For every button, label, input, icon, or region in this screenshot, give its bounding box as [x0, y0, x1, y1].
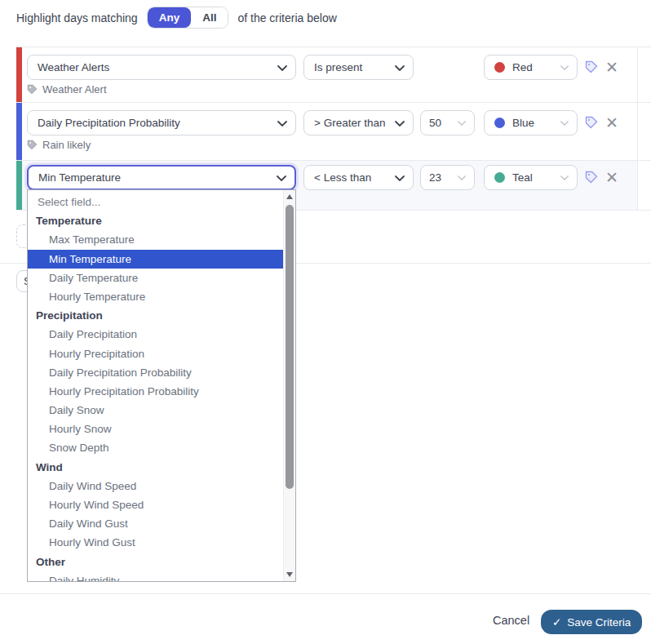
dropdown-option[interactable]: Snow Depth — [28, 438, 283, 457]
dropdown-option[interactable]: Hourly Wind Speed — [28, 495, 283, 514]
remove-criteria-button[interactable]: ✕ — [601, 167, 622, 188]
operator-select[interactable]: > Greater than — [303, 110, 414, 135]
color-select[interactable]: Teal — [484, 165, 578, 190]
criteria-color-bar — [16, 161, 22, 210]
operator-select-value: > Greater than — [314, 117, 385, 129]
divider — [637, 47, 638, 210]
tag-icon — [27, 140, 38, 150]
criteria-row: Daily Precipitation Probability > Greate… — [16, 103, 637, 160]
criteria-tag-label: Weather Alert — [42, 83, 107, 95]
toggle-all-button[interactable]: All — [191, 7, 228, 28]
chevron-down-icon — [560, 175, 569, 180]
header-prefix-text: Highlight days matching — [16, 11, 138, 24]
field-dropdown-list: Select field...TemperatureMax Temperatur… — [28, 190, 283, 582]
dropdown-group-header: Wind — [28, 458, 283, 477]
save-criteria-button[interactable]: ✓ Save Criteria — [541, 610, 642, 634]
dropdown-option[interactable]: Daily Precipitation — [28, 325, 283, 344]
value-input[interactable]: 23 — [420, 165, 475, 190]
field-select-value: Weather Alerts — [38, 61, 109, 73]
operator-select[interactable]: Is present — [303, 55, 414, 80]
scroll-up-icon[interactable] — [286, 194, 293, 199]
cancel-button[interactable]: Cancel — [488, 613, 534, 628]
dropdown-option[interactable]: Min Temperature — [28, 250, 283, 269]
chevron-down-icon — [277, 121, 287, 127]
operator-select-value: < Less than — [314, 171, 371, 184]
chevron-down-icon — [395, 175, 405, 181]
tag-icon — [27, 84, 38, 95]
edit-tag-button[interactable] — [581, 167, 602, 188]
scroll-down-icon[interactable] — [286, 572, 293, 577]
criteria-tag: Rain likely — [27, 139, 91, 151]
color-swatch — [494, 118, 505, 128]
dropdown-option[interactable]: Daily Wind Gust — [28, 514, 283, 533]
operator-select[interactable]: < Less than — [303, 165, 414, 190]
edit-tag-button[interactable] — [581, 112, 602, 133]
scrollbar-thumb[interactable] — [286, 205, 294, 489]
dropdown-option[interactable]: Hourly Precipitation Probability — [28, 382, 283, 401]
field-select[interactable]: Weather Alerts — [27, 55, 296, 80]
chevron-down-icon — [560, 65, 569, 70]
field-select-value: Daily Precipitation Probability — [38, 117, 180, 129]
color-select-value: Red — [512, 61, 533, 73]
tag-icon — [585, 116, 598, 129]
criteria-row: Weather Alerts Is present Red ✕ Weather … — [16, 47, 637, 102]
save-criteria-label: Save Criteria — [567, 616, 631, 628]
chevron-down-icon — [560, 121, 569, 126]
highlight-criteria-dialog: Highlight days matching Any All of the c… — [0, 0, 651, 644]
dropdown-option[interactable]: Hourly Temperature — [28, 287, 283, 306]
dropdown-option[interactable]: Max Temperature — [28, 230, 283, 249]
tag-icon — [585, 60, 598, 73]
chevron-down-icon — [458, 121, 466, 126]
dropdown-option[interactable]: Daily Snow — [28, 401, 283, 420]
dropdown-scrollbar[interactable] — [283, 190, 295, 581]
chevron-down-icon — [395, 121, 405, 127]
field-dropdown: Select field...TemperatureMax Temperatur… — [27, 189, 296, 582]
color-swatch — [494, 172, 505, 183]
divider — [0, 593, 651, 594]
criteria-tag: Weather Alert — [27, 83, 107, 95]
chevron-down-icon — [277, 175, 286, 181]
field-select[interactable]: Min Temperature — [27, 165, 296, 190]
dropdown-option[interactable]: Daily Wind Speed — [28, 477, 283, 495]
header-suffix-text: of the criteria below — [237, 11, 336, 24]
dropdown-option[interactable]: Select field... — [28, 193, 283, 211]
tag-icon — [585, 171, 598, 184]
chevron-down-icon — [458, 175, 466, 180]
any-all-toggle: Any All — [147, 7, 229, 29]
close-icon: ✕ — [605, 60, 618, 75]
criteria-tag-label: Rain likely — [42, 139, 91, 151]
toggle-any-button[interactable]: Any — [148, 7, 192, 28]
criteria-color-bar — [16, 47, 22, 102]
dialog-header: Highlight days matching Any All of the c… — [16, 7, 337, 29]
dropdown-option[interactable]: Daily Temperature — [28, 269, 283, 287]
dropdown-group-header: Precipitation — [28, 306, 283, 325]
check-icon: ✓ — [552, 615, 561, 628]
chevron-down-icon — [277, 65, 287, 71]
dropdown-option[interactable]: Hourly Snow — [28, 420, 283, 438]
dropdown-option[interactable]: Daily Precipitation Probability — [28, 363, 283, 382]
dropdown-group-header: Temperature — [28, 211, 283, 230]
operator-select-value: Is present — [314, 61, 362, 73]
remove-criteria-button[interactable]: ✕ — [601, 56, 622, 78]
color-select[interactable]: Blue — [484, 110, 578, 135]
value-input[interactable]: 50 — [420, 110, 475, 135]
color-swatch — [494, 62, 505, 73]
color-select-value: Blue — [512, 117, 534, 129]
criteria-color-bar — [16, 103, 22, 160]
value-input-value: 23 — [429, 171, 441, 184]
field-select-value: Min Temperature — [38, 171, 121, 184]
close-icon: ✕ — [605, 115, 618, 131]
dropdown-option[interactable]: Hourly Precipitation — [28, 344, 283, 363]
color-select[interactable]: Red — [484, 55, 578, 80]
remove-criteria-button[interactable]: ✕ — [601, 112, 622, 133]
dropdown-option[interactable]: Daily Humidity — [28, 571, 283, 582]
value-input-value: 50 — [429, 117, 441, 129]
chevron-down-icon — [395, 65, 405, 71]
close-icon: ✕ — [605, 170, 618, 185]
edit-tag-button[interactable] — [581, 56, 602, 78]
dropdown-option[interactable]: Hourly Wind Gust — [28, 533, 283, 552]
field-select[interactable]: Daily Precipitation Probability — [27, 110, 296, 135]
dropdown-group-header: Other — [28, 553, 283, 571]
color-select-value: Teal — [512, 171, 533, 184]
